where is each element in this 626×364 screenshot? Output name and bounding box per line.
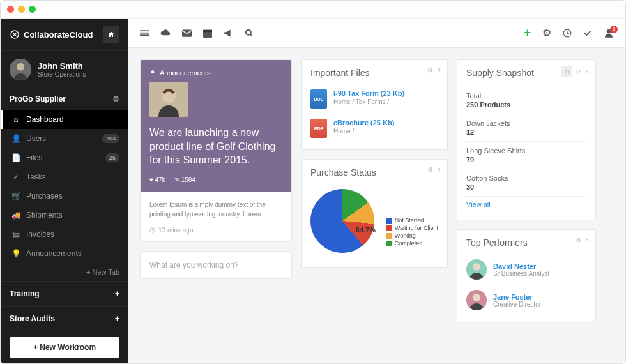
snapshot-row: Down Jackets12 <box>466 114 586 142</box>
snapshot-row: Total250 Products <box>466 87 586 114</box>
topbar: + ⚙ 1 <box>128 19 625 48</box>
sidebar-item-users[interactable]: 👤Users203 <box>1 129 128 148</box>
file-name: I-90 Tax Form (23 Kb) <box>333 89 404 97</box>
performer-name: David Nester <box>493 262 549 270</box>
file-icon: 📄 <box>12 153 20 162</box>
new-tab-button[interactable]: + New Tab <box>1 263 128 281</box>
status-input-card[interactable]: What are you working on? <box>140 251 292 279</box>
close-icon[interactable]: × <box>437 66 441 73</box>
check-icon[interactable] <box>583 29 592 38</box>
nav-label: Dashboard <box>26 115 64 124</box>
nav-label: Purchases <box>26 192 63 201</box>
sidebar-item-shipments[interactable]: 🚚Shipments <box>1 206 128 225</box>
brand-logo: CollaborateCloud <box>10 29 93 40</box>
sidebar-item-invoices[interactable]: ▤Invoices <box>1 225 128 244</box>
new-workroom-button[interactable]: + New Workroom <box>10 337 119 358</box>
sidebar-item-purchases[interactable]: 🛒Purchases <box>1 186 128 206</box>
megaphone-icon[interactable] <box>224 29 233 38</box>
avatar <box>10 59 31 80</box>
legend-item: Not Started <box>386 217 438 224</box>
settings-icon[interactable]: ⚙ <box>427 66 433 73</box>
calendar-icon[interactable] <box>203 29 212 38</box>
file-item[interactable]: PDFeBrochure (25 Kb)Home / <box>302 114 447 143</box>
svg-rect-5 <box>140 34 149 36</box>
view-all-link[interactable]: View all <box>466 197 586 212</box>
section-training[interactable]: Training+ <box>1 281 128 306</box>
user-icon: 👤 <box>12 134 20 143</box>
sidebar: CollaborateCloud John Smith Store Operat… <box>1 19 128 363</box>
home-icon: ⌂ <box>12 115 20 124</box>
file-item[interactable]: DOCI-90 Tax Form (23 Kb)Home / Tax Forms… <box>302 84 447 114</box>
bulb-icon: 💡 <box>12 249 20 258</box>
avatar <box>466 259 487 280</box>
gear-icon[interactable]: ⚙ <box>112 95 119 103</box>
performer-item[interactable]: Jane FosterCreative Director <box>457 285 595 315</box>
plus-icon: + <box>115 314 119 323</box>
settings-icon[interactable]: ⚙ <box>427 166 433 173</box>
card-title: Purchase Status <box>310 167 376 178</box>
check-icon: ✓ <box>12 172 20 181</box>
card-title: Supply Snapshot <box>466 68 534 78</box>
home-button[interactable] <box>103 26 119 43</box>
important-files-card: Important Files ⚙× DOCI-90 Tax Form (23 … <box>301 59 448 150</box>
svg-point-12 <box>151 70 155 73</box>
close-icon[interactable]: × <box>437 166 441 173</box>
announcement-stats: ♥ 47k ✎ 1584 <box>149 176 282 183</box>
sidebar-item-tasks[interactable]: ✓Tasks <box>1 167 128 186</box>
window-titlebar <box>1 1 625 19</box>
close-icon[interactable]: × <box>585 68 589 75</box>
minimize-window-icon[interactable] <box>18 6 25 13</box>
chart-legend: Not StartedWaiting for ClientWorkingComp… <box>386 217 438 248</box>
file-name: eBrochure (25 Kb) <box>333 119 394 126</box>
snapshot-row: Long Sleeve Shirts79 <box>466 142 586 169</box>
performer-name: Jane Foster <box>493 293 541 301</box>
pdf-icon: PDF <box>310 119 327 138</box>
cloud-icon[interactable] <box>160 29 171 38</box>
sidebar-item-files[interactable]: 📄Files25 <box>1 148 128 167</box>
close-window-icon[interactable] <box>7 6 14 13</box>
sidebar-item-announcements[interactable]: 💡Announcements <box>1 244 128 263</box>
nav-label: Users <box>26 134 46 143</box>
refresh-icon[interactable]: ⟳ <box>576 68 581 75</box>
maximize-window-icon[interactable] <box>29 6 36 13</box>
status-input: What are you working on? <box>141 252 291 278</box>
invoice-icon: ▤ <box>12 230 20 239</box>
mail-icon[interactable] <box>182 29 192 37</box>
user-profile[interactable]: John Smith Store Operations <box>1 51 128 88</box>
pie-percent: 64.7% <box>356 226 376 234</box>
announcement-heading: Announcements <box>149 69 282 77</box>
user-name: John Smith <box>38 61 86 71</box>
truck-icon: 🚚 <box>12 211 20 220</box>
search-icon[interactable] <box>245 29 254 38</box>
performer-item[interactable]: David NesterSr Business Analyst <box>457 254 595 285</box>
section-store-audits[interactable]: Store Audits+ <box>1 306 128 331</box>
close-icon[interactable]: × <box>585 236 589 243</box>
notif-badge: 1 <box>610 26 618 33</box>
doc-icon: DOC <box>310 89 327 109</box>
nav-label: Invoices <box>26 230 54 239</box>
history-icon[interactable] <box>563 29 572 38</box>
add-button[interactable]: + <box>524 26 531 40</box>
file-path: Home / <box>333 128 394 135</box>
sidebar-item-dashboard[interactable]: ⌂Dashboard <box>1 110 128 129</box>
announcement-image <box>149 82 188 117</box>
svg-rect-4 <box>140 32 149 33</box>
card-title: Top Performers <box>466 238 528 248</box>
pie-chart: 64.7% <box>310 189 374 253</box>
gear-icon[interactable]: ⚙ <box>561 66 572 77</box>
performer-role: Creative Director <box>493 301 541 308</box>
purchase-status-card: Purchase Status ⚙× 64.7% Not StartedWait… <box>301 159 448 268</box>
nav-label: Shipments <box>26 211 63 220</box>
announcement-text: We are launching a new product line of G… <box>149 126 282 167</box>
nav-label: Announcements <box>26 249 82 258</box>
settings-icon[interactable]: ⚙ <box>576 236 581 243</box>
svg-rect-8 <box>203 29 212 32</box>
user-notif-icon[interactable]: 1 <box>604 28 614 38</box>
supply-snapshot-card: Supply Snapshot ⚙⟳× Total250 ProductsDow… <box>457 59 596 220</box>
menu-icon[interactable] <box>140 29 149 38</box>
settings-icon[interactable]: ⚙ <box>542 27 551 39</box>
cart-icon: 🛒 <box>12 192 20 201</box>
workspace-header: ProGo Supplier ⚙ <box>1 88 128 110</box>
legend-item: Waiting for Client <box>386 225 438 231</box>
card-title: Important Files <box>310 68 370 78</box>
